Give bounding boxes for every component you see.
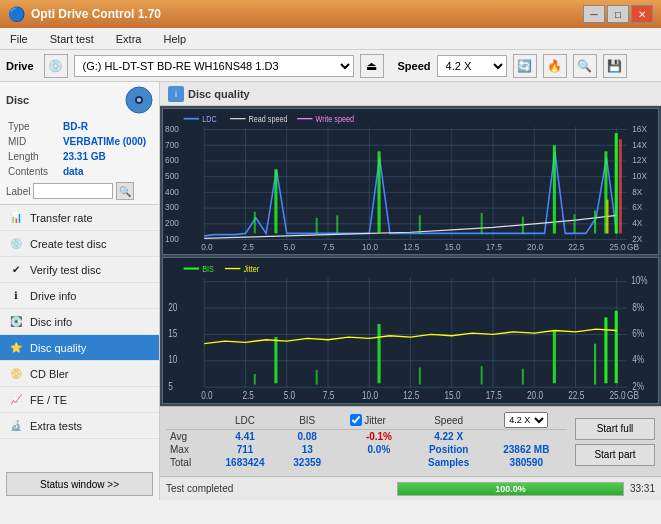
- col-speed-select: 4.2 X: [486, 411, 567, 430]
- action-buttons: Start full Start part: [575, 411, 655, 472]
- svg-text:300: 300: [165, 202, 179, 213]
- burn-button[interactable]: 🔥: [543, 54, 567, 78]
- samples-value: 380590: [486, 456, 567, 469]
- status-window-button[interactable]: Status window >>: [6, 472, 153, 496]
- avg-speed-unit: [486, 430, 567, 444]
- type-label: Type: [8, 120, 61, 133]
- svg-text:20: 20: [168, 301, 177, 313]
- progress-fill: 100.0%: [398, 483, 623, 495]
- menu-start-test[interactable]: Start test: [44, 31, 100, 47]
- close-button[interactable]: ✕: [631, 5, 653, 23]
- extra-tests-icon: 🔬: [8, 418, 24, 434]
- avg-speed: 4.22 X: [412, 430, 486, 444]
- max-spacer: [334, 443, 346, 456]
- svg-text:15.0: 15.0: [445, 389, 461, 401]
- stats-row-avg: Avg 4.41 0.08 -0.1% 4.22 X: [166, 430, 567, 444]
- stats-table-container: LDC BIS Jitter Speed: [166, 411, 567, 472]
- title-bar: 🔵 Opti Drive Control 1.70 ─ □ ✕: [0, 0, 661, 28]
- svg-rect-65: [419, 215, 421, 233]
- sidebar-item-disc-quality[interactable]: ⭐ Disc quality: [0, 335, 159, 361]
- svg-text:12.5: 12.5: [403, 242, 419, 253]
- fe-te-icon: 📈: [8, 392, 24, 408]
- max-position-value: 23862 MB: [486, 443, 567, 456]
- lower-chart: BIS Jitter: [162, 257, 659, 404]
- jitter-checkbox[interactable]: [350, 414, 362, 426]
- length-label: Length: [8, 150, 61, 163]
- svg-text:LDC: LDC: [202, 115, 217, 125]
- nav-items: 📊 Transfer rate 💿 Create test disc ✔ Ver…: [0, 205, 159, 468]
- max-label: Max: [166, 443, 210, 456]
- svg-text:20.0: 20.0: [527, 389, 543, 401]
- create-test-label: Create test disc: [30, 238, 106, 250]
- speed-select[interactable]: 4.2 X: [437, 55, 507, 77]
- extra-tests-label: Extra tests: [30, 420, 82, 432]
- svg-rect-62: [254, 212, 256, 234]
- sidebar-item-disc-info[interactable]: 💽 Disc info: [0, 309, 159, 335]
- menu-file[interactable]: File: [4, 31, 34, 47]
- sidebar-item-create-test[interactable]: 💿 Create test disc: [0, 231, 159, 257]
- svg-text:7.5: 7.5: [323, 242, 334, 253]
- sidebar-item-cd-bler[interactable]: 📀 CD Bler: [0, 361, 159, 387]
- svg-text:25.0: 25.0: [610, 242, 626, 253]
- svg-rect-64: [336, 215, 338, 233]
- stats-table: LDC BIS Jitter Speed: [166, 411, 567, 469]
- sidebar-item-verify-test[interactable]: ✔ Verify test disc: [0, 257, 159, 283]
- svg-text:15.0: 15.0: [445, 242, 461, 253]
- progress-container: 100.0%: [397, 482, 624, 496]
- svg-rect-69: [594, 211, 596, 234]
- sidebar-item-transfer-rate[interactable]: 📊 Transfer rate: [0, 205, 159, 231]
- refresh-button[interactable]: 🔄: [513, 54, 537, 78]
- label-input[interactable]: [33, 183, 113, 199]
- total-ldc: 1683424: [210, 456, 281, 469]
- svg-text:GB: GB: [627, 242, 639, 253]
- minimize-button[interactable]: ─: [583, 5, 605, 23]
- total-jitter: [346, 456, 412, 469]
- stats-row-max: Max 711 13 0.0% Position 23862 MB: [166, 443, 567, 456]
- contents-value: data: [63, 165, 151, 178]
- disc-quality-label: Disc quality: [30, 342, 86, 354]
- cd-bler-label: CD Bler: [30, 368, 69, 380]
- total-bis: 32359: [280, 456, 334, 469]
- svg-text:GB: GB: [627, 389, 639, 401]
- sidebar-item-extra-tests[interactable]: 🔬 Extra tests: [0, 413, 159, 439]
- svg-text:4%: 4%: [632, 353, 644, 365]
- svg-rect-123: [522, 369, 524, 385]
- menu-help[interactable]: Help: [157, 31, 192, 47]
- start-part-button[interactable]: Start part: [575, 444, 655, 466]
- upper-chart-svg: LDC Read speed Write speed: [163, 109, 658, 254]
- svg-text:Write speed: Write speed: [316, 115, 354, 125]
- disc-quality-icon: ⭐: [8, 340, 24, 356]
- svg-rect-57: [274, 169, 277, 233]
- drive-icon-btn[interactable]: 💿: [44, 54, 68, 78]
- start-full-button[interactable]: Start full: [575, 418, 655, 440]
- svg-rect-116: [553, 331, 556, 384]
- avg-bis: 0.08: [280, 430, 334, 444]
- drive-info-icon: ℹ: [8, 288, 24, 304]
- fe-te-label: FE / TE: [30, 394, 67, 406]
- label-search-button[interactable]: 🔍: [116, 182, 134, 200]
- type-value: BD-R: [63, 120, 151, 133]
- drive-select[interactable]: (G:) HL-DT-ST BD-RE WH16NS48 1.D3: [74, 55, 354, 77]
- svg-rect-70: [606, 200, 608, 234]
- drive-toolbar: Drive 💿 (G:) HL-DT-ST BD-RE WH16NS48 1.D…: [0, 50, 661, 82]
- scan-button[interactable]: 🔍: [573, 54, 597, 78]
- svg-text:4X: 4X: [632, 218, 642, 229]
- menu-extra[interactable]: Extra: [110, 31, 148, 47]
- svg-text:6%: 6%: [632, 327, 644, 339]
- eject-button[interactable]: ⏏: [360, 54, 384, 78]
- maximize-button[interactable]: □: [607, 5, 629, 23]
- svg-text:0.0: 0.0: [201, 242, 212, 253]
- svg-rect-114: [274, 337, 277, 383]
- sidebar-item-fe-te[interactable]: 📈 FE / TE: [0, 387, 159, 413]
- save-button[interactable]: 💾: [603, 54, 627, 78]
- speed-display-select[interactable]: 4.2 X: [504, 412, 548, 428]
- svg-text:5.0: 5.0: [284, 389, 295, 401]
- svg-text:BIS: BIS: [202, 265, 214, 275]
- sidebar-item-drive-info[interactable]: ℹ Drive info: [0, 283, 159, 309]
- drive-label: Drive: [6, 60, 34, 72]
- max-position-label: Position: [412, 443, 486, 456]
- svg-text:17.5: 17.5: [486, 389, 502, 401]
- cd-bler-icon: 📀: [8, 366, 24, 382]
- window-controls: ─ □ ✕: [583, 5, 653, 23]
- progress-percent: 100.0%: [495, 484, 526, 494]
